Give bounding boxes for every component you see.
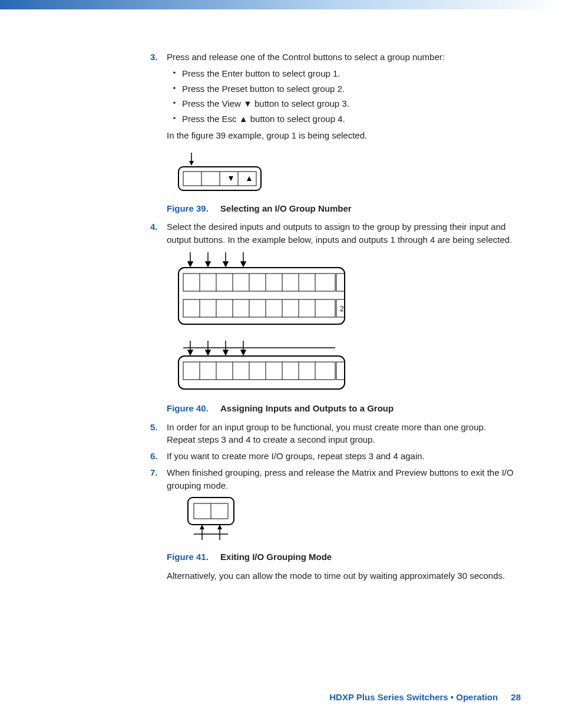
figure-41-svg <box>186 495 239 542</box>
figure-40-svg: 2 <box>176 252 347 394</box>
svg-rect-27 <box>336 274 345 291</box>
step-5: 5. In order for an input group to be fun… <box>150 421 515 447</box>
svg-marker-10 <box>188 262 193 266</box>
figure-number: Figure 41. <box>167 552 209 562</box>
list-item: • Press the Preset button to select grou… <box>167 83 515 95</box>
figure-41-caption: Figure 41. Exiting I/O Grouping Mode <box>167 551 515 564</box>
step-number: 3. <box>150 51 167 142</box>
step-number: 5. <box>150 421 167 447</box>
bullet-icon: • <box>167 67 182 80</box>
figure-40-drawing: 2 <box>176 252 515 394</box>
top-accent-bar <box>0 0 562 9</box>
svg-marker-46 <box>241 350 246 355</box>
svg-rect-58 <box>336 362 345 380</box>
step-text: When finished grouping, press and releas… <box>167 466 515 492</box>
figure-39-caption: Figure 39. Selecting an I/O Group Number <box>167 202 515 215</box>
list-item: • Press the View ▼ button to select grou… <box>167 97 515 110</box>
svg-marker-1 <box>189 161 194 166</box>
step-6: 6. If you want to create more I/O groups… <box>150 450 515 463</box>
svg-marker-16 <box>241 262 246 266</box>
page-body: 3. Press and release one of the Control … <box>0 9 562 728</box>
figure-title: Selecting an I/O Group Number <box>220 203 352 213</box>
step-text: If you want to create more I/O groups, r… <box>167 450 515 463</box>
step-4: 4. Select the desired inputs and outputs… <box>150 220 515 246</box>
step-3-bullets: • Press the Enter button to select group… <box>167 67 515 126</box>
step-number: 6. <box>150 450 167 463</box>
bullet-icon: • <box>167 83 182 95</box>
svg-rect-48 <box>178 356 345 389</box>
svg-text:2: 2 <box>340 305 344 313</box>
step-3: 3. Press and release one of the Control … <box>150 51 515 142</box>
figure-39-svg <box>176 153 265 194</box>
bullet-icon: • <box>167 113 182 126</box>
page-footer: HDXP Plus Series Switchers • Operation 2… <box>329 692 521 702</box>
svg-rect-49 <box>183 362 335 380</box>
footer-text: HDXP Plus Series Switchers • Operation <box>329 692 498 702</box>
svg-marker-8 <box>247 176 252 181</box>
step-7: 7. When finished grouping, press and rel… <box>150 466 515 492</box>
bullet-text: Press the Preset button to select group … <box>182 83 515 95</box>
figure-41-drawing <box>186 495 515 542</box>
step-number: 4. <box>150 220 167 246</box>
step-body: Press and release one of the Control but… <box>167 51 515 142</box>
svg-rect-17 <box>178 268 345 324</box>
alternative-text: Alternatively, you can allow the mode to… <box>167 569 515 582</box>
page-number: 28 <box>511 692 521 702</box>
step-text: In order for an input group to be functi… <box>167 421 515 447</box>
bullet-text: Press the View ▼ button to select group … <box>182 97 515 110</box>
figure-title: Assigning Inputs and Outputs to a Group <box>220 403 394 413</box>
content-column: 3. Press and release one of the Control … <box>150 51 515 582</box>
bullet-text: Press the Enter button to select group 1… <box>182 67 515 80</box>
bullet-text: Press the Esc ▲ button to select group 4… <box>182 113 515 126</box>
svg-rect-18 <box>183 274 335 291</box>
figure-40-caption: Figure 40. Assigning Inputs and Outputs … <box>167 402 515 415</box>
svg-marker-7 <box>229 176 233 181</box>
svg-marker-63 <box>200 525 204 529</box>
list-item: • Press the Enter button to select group… <box>167 67 515 80</box>
svg-marker-44 <box>223 350 228 355</box>
step-text: Select the desired inputs and outputs to… <box>167 220 515 246</box>
svg-marker-42 <box>206 350 210 355</box>
list-item: • Press the Esc ▲ button to select group… <box>167 113 515 126</box>
svg-marker-65 <box>217 525 222 529</box>
svg-rect-28 <box>183 299 335 317</box>
step-after-text: In the figure 39 example, group 1 is bei… <box>167 129 515 142</box>
figure-39-drawing <box>176 153 515 194</box>
svg-marker-12 <box>206 262 210 266</box>
step-text: Press and release one of the Control but… <box>167 51 515 64</box>
svg-marker-14 <box>223 262 228 266</box>
bullet-icon: • <box>167 97 182 110</box>
step-number: 7. <box>150 466 167 492</box>
svg-marker-40 <box>188 350 193 355</box>
figure-title: Exiting I/O Grouping Mode <box>220 552 332 562</box>
figure-number: Figure 39. <box>167 203 209 213</box>
figure-number: Figure 40. <box>167 403 209 413</box>
